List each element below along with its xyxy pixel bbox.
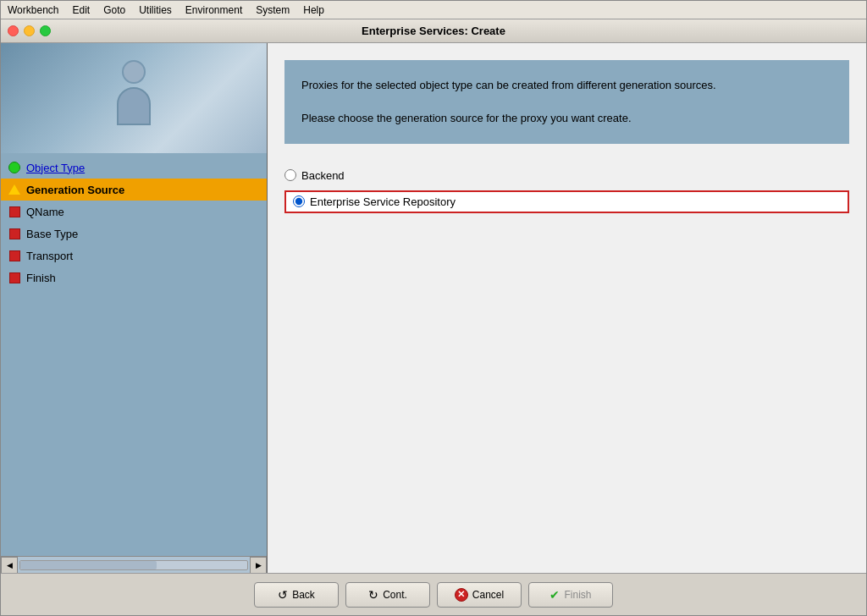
content-area: Object Type Generation Source QName: [1, 43, 866, 573]
nav-item-base-type[interactable]: Base Type: [1, 223, 267, 245]
radio-esr[interactable]: [293, 195, 305, 207]
menu-workbench[interactable]: Workbench: [8, 4, 58, 16]
cancel-button[interactable]: ✕ Cancel: [437, 582, 522, 608]
left-scrollbar: ◀ ▶: [1, 556, 267, 573]
wizard-steps-list: Object Type Generation Source QName: [1, 153, 267, 556]
qname-icon: [8, 205, 21, 218]
cont-icon: ↻: [368, 588, 378, 602]
generation-source-icon: [8, 183, 21, 196]
maximize-button[interactable]: [40, 25, 51, 36]
menu-environment[interactable]: Environment: [185, 4, 242, 16]
back-label: Back: [292, 589, 315, 601]
menu-edit[interactable]: Edit: [72, 4, 90, 16]
scroll-right-btn[interactable]: ▶: [250, 557, 267, 574]
scroll-thumb: [20, 561, 157, 569]
info-text-line2: Please choose the generation source for …: [301, 110, 832, 127]
radio-option-backend[interactable]: Backend: [284, 169, 849, 182]
object-type-label[interactable]: Object Type: [26, 162, 260, 174]
transport-icon: [8, 249, 21, 262]
nav-item-qname[interactable]: QName: [1, 201, 267, 223]
finish-icon: ✔: [549, 588, 560, 602]
scroll-track[interactable]: [19, 560, 248, 570]
main-window: Workbench Edit Goto Utilities Environmen…: [0, 0, 867, 616]
nav-item-finish[interactable]: Finish: [1, 267, 267, 289]
menubar: Workbench Edit Goto Utilities Environmen…: [1, 1, 866, 19]
close-button[interactable]: [8, 25, 19, 36]
nav-item-transport[interactable]: Transport: [1, 245, 267, 267]
generation-source-label: Generation Source: [26, 184, 260, 196]
base-type-label: Base Type: [26, 228, 260, 240]
minimize-button[interactable]: [24, 25, 35, 36]
menu-utilities[interactable]: Utilities: [139, 4, 172, 16]
menu-system[interactable]: System: [256, 4, 290, 16]
bottom-bar: ↺ Back ↻ Cont. ✕ Cancel ✔ Finish: [1, 573, 866, 615]
object-type-icon: [8, 161, 21, 174]
base-type-icon: [8, 227, 21, 240]
transport-label: Transport: [26, 250, 260, 262]
nav-item-object-type[interactable]: Object Type: [1, 157, 267, 179]
avatar-body: [117, 87, 151, 125]
info-text-line1: Proxies for the selected object type can…: [301, 77, 832, 94]
radio-option-esr[interactable]: Enterprise Service Repository: [284, 190, 849, 213]
right-panel: Proxies for the selected object type can…: [268, 43, 866, 573]
finish-label: Finish: [564, 589, 591, 601]
avatar-figure: [108, 60, 159, 136]
menu-goto[interactable]: Goto: [103, 4, 125, 16]
titlebar: Enterprise Services: Create: [1, 19, 866, 43]
back-icon: ↺: [278, 588, 288, 602]
avatar-head: [122, 60, 146, 84]
back-button[interactable]: ↺ Back: [254, 582, 339, 608]
finish-nav-label: Finish: [26, 272, 260, 284]
menu-help[interactable]: Help: [303, 4, 324, 16]
window-title: Enterprise Services: Create: [362, 25, 505, 37]
finish-button[interactable]: ✔ Finish: [528, 582, 613, 608]
left-panel: Object Type Generation Source QName: [1, 43, 268, 573]
cont-button[interactable]: ↻ Cont.: [345, 582, 430, 608]
radio-backend[interactable]: [284, 169, 296, 181]
nav-item-generation-source[interactable]: Generation Source: [1, 179, 267, 201]
radio-backend-label: Backend: [301, 169, 345, 182]
cancel-icon: ✕: [455, 588, 468, 602]
scroll-left-btn[interactable]: ◀: [1, 557, 18, 574]
cont-label: Cont.: [383, 589, 407, 601]
info-box: Proxies for the selected object type can…: [284, 60, 849, 144]
radio-section: Backend Enterprise Service Repository: [284, 161, 849, 222]
cancel-label: Cancel: [472, 589, 504, 601]
traffic-lights: [8, 25, 51, 36]
qname-label: QName: [26, 206, 260, 218]
finish-nav-icon: [8, 271, 21, 284]
radio-esr-label: Enterprise Service Repository: [310, 195, 456, 208]
wizard-header-image: [1, 43, 267, 153]
